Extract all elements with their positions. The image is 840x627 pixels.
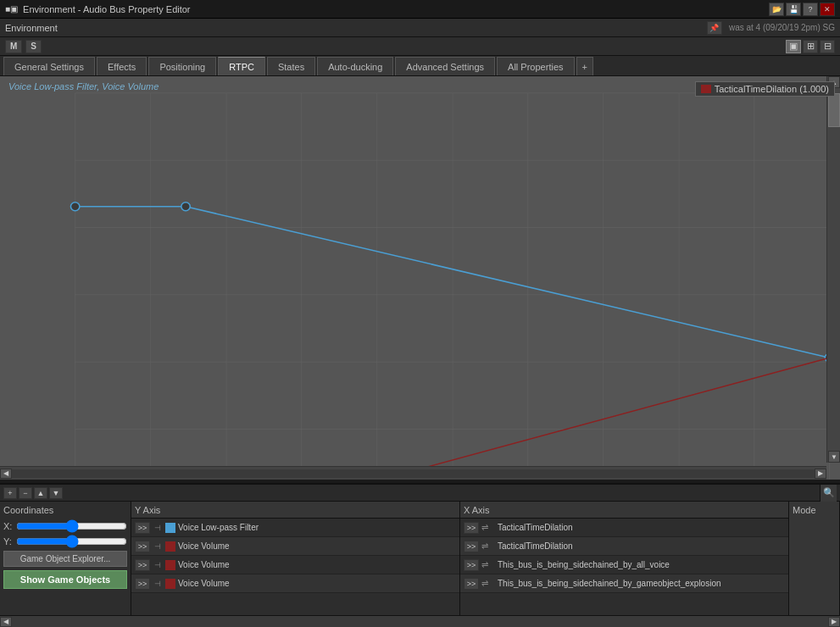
hscroll-left-arrow[interactable]: ◀: [0, 469, 12, 479]
mode-panel: Mode: [789, 502, 840, 615]
window-title: Environment - Audio Bus Property Editor: [23, 4, 769, 14]
tab-positioning[interactable]: Positioning: [148, 57, 216, 75]
y-axis-rows: >> ⊣ Voice Low-pass Filter >> ⊣ Voice Vo…: [131, 519, 459, 615]
bottom-hscroll-left[interactable]: ◀: [0, 617, 12, 627]
row-arrow-2[interactable]: >>: [135, 541, 150, 552]
vscroll-down-arrow[interactable]: ▼: [828, 451, 840, 463]
graph-area[interactable]: Voice Low-pass Filter, Voice Volume Tact…: [0, 76, 840, 480]
y-row-text-4: Voice Volume: [178, 579, 456, 588]
row-pin-1: ⊣: [153, 522, 163, 534]
tb-remove-btn[interactable]: −: [19, 487, 32, 499]
window-controls: 📂 💾 ? ✕: [769, 3, 835, 16]
legend-color: [701, 85, 711, 93]
search-button[interactable]: 🔍: [820, 485, 837, 502]
graph-hscroll[interactable]: ◀ ▶: [0, 466, 826, 480]
bottom-hscroll-right[interactable]: ▶: [828, 617, 840, 627]
y-row-text-2: Voice Volume: [178, 541, 456, 551]
x-axis-title: X Axis: [464, 505, 490, 515]
object-bar: Environment 📌 was at 4 (09/20/19 2pm) SG: [0, 19, 840, 37]
x-label: X:: [3, 521, 13, 531]
y-axis-row-3[interactable]: >> ⊣ Voice Volume: [131, 556, 459, 574]
x-axis-panel: X Axis >> ⇌ TacticalTimeDilation >> ⇌ Ta…: [460, 502, 789, 615]
hscroll-right-arrow[interactable]: ▶: [815, 469, 826, 479]
tab-auto-ducking[interactable]: Auto-ducking: [317, 57, 393, 75]
vscroll-thumb[interactable]: [828, 93, 840, 127]
row-arrow-3[interactable]: >>: [135, 559, 150, 571]
x-row-text-3: This_bus_is_being_sidechained_by_all_voi…: [498, 560, 785, 569]
y-slider[interactable]: [16, 535, 127, 547]
coords-title: Coordinates: [3, 505, 127, 515]
tb-up-btn[interactable]: ▲: [34, 487, 47, 499]
y-axis-row-1[interactable]: >> ⊣ Voice Low-pass Filter: [131, 519, 459, 537]
x-row-arrow-4[interactable]: >>: [464, 578, 479, 590]
hscroll-track[interactable]: [12, 469, 815, 478]
row-color-4: [165, 579, 175, 589]
x-axis-row-3[interactable]: >> ⇌ This_bus_is_being_sidechained_by_al…: [460, 556, 788, 574]
x-row-arrow-1[interactable]: >>: [464, 522, 479, 534]
graph-svg: 0.0 0.1 0.2 0.3 0.4 0.5 0.6 0.7 0.8 0.9 …: [0, 76, 840, 480]
tab-effects[interactable]: Effects: [97, 57, 147, 75]
x-axis-row-4[interactable]: >> ⇌ This_bus_is_being_sidechained_by_ga…: [460, 574, 788, 593]
x-axis-row-1[interactable]: >> ⇌ TacticalTimeDilation: [460, 519, 788, 537]
titlebar: ■▣ Environment - Audio Bus Property Edit…: [0, 0, 840, 19]
x-row-icon-3: ⇌: [481, 559, 495, 571]
x-row-arrow-3[interactable]: >>: [464, 559, 479, 571]
tab-general-settings[interactable]: General Settings: [3, 57, 95, 75]
row-pin-3: ⊣: [153, 559, 163, 571]
row-color-1: [165, 523, 175, 533]
s-button[interactable]: S: [25, 40, 42, 53]
row-pin-2: ⊣: [153, 541, 163, 552]
tb-down-btn[interactable]: ▼: [49, 487, 63, 499]
x-row-text-1: TacticalTimeDilation: [498, 523, 785, 532]
vscroll-track: ▼ ▲: [827, 76, 840, 463]
y-axis-panel: Y Axis >> ⊣ Voice Low-pass Filter >> ⊣: [131, 502, 460, 615]
save-btn[interactable]: 💾: [786, 3, 801, 16]
bottom-content: Coordinates X: Y: Game Object Explorer..…: [0, 502, 840, 615]
y-row-text-1: Voice Low-pass Filter: [178, 523, 456, 532]
y-label: Y:: [3, 536, 13, 547]
view-single-icon[interactable]: ▣: [786, 40, 801, 53]
m-button[interactable]: M: [5, 40, 22, 53]
x-slider[interactable]: [16, 520, 127, 532]
x-row-icon-1: ⇌: [481, 522, 495, 534]
tab-all-properties[interactable]: All Properties: [497, 57, 574, 75]
close-btn[interactable]: ✕: [820, 3, 835, 16]
row-arrow-1[interactable]: >>: [135, 522, 150, 534]
object-name: Environment: [5, 23, 707, 33]
y-axis-row-2[interactable]: >> ⊣ Voice Volume: [131, 537, 459, 556]
x-row-icon-2: ⇌: [481, 541, 495, 552]
view-icons: ▣ ⊞ ⊟: [786, 40, 835, 53]
y-row-text-3: Voice Volume: [178, 560, 456, 569]
x-row-arrow-2[interactable]: >>: [464, 541, 479, 552]
game-object-explorer-btn[interactable]: Game Object Explorer...: [3, 551, 127, 567]
tb-add-btn[interactable]: +: [3, 487, 17, 499]
tab-add-button[interactable]: +: [576, 57, 593, 75]
tab-advanced-settings[interactable]: Advanced Settings: [395, 57, 495, 75]
bottom-toolbar: + − ▲ ▼ 🔍: [0, 485, 840, 502]
show-game-objects-btn[interactable]: Show Game Objects: [3, 570, 127, 589]
view-split-v-icon[interactable]: ⊞: [803, 40, 818, 53]
coordinates-panel: Coordinates X: Y: Game Object Explorer..…: [0, 502, 131, 615]
view-split-h-icon[interactable]: ⊟: [820, 40, 835, 53]
x-axis-header: X Axis: [460, 502, 788, 519]
row-arrow-4[interactable]: >>: [135, 578, 150, 590]
legend-text: TacticalTimeDilation (1.000): [715, 84, 829, 94]
open-btn[interactable]: 📂: [769, 3, 784, 16]
y-axis-title: Y Axis: [135, 505, 160, 515]
y-axis-row-4[interactable]: >> ⊣ Voice Volume: [131, 574, 459, 593]
question-btn[interactable]: ?: [803, 3, 818, 16]
tabs: General Settings Effects Positioning RTP…: [0, 56, 840, 76]
bottom-panel: + − ▲ ▼ 🔍 Coordinates X: Y: Game Object …: [0, 483, 840, 627]
tab-rtpc[interactable]: RTPC: [218, 57, 265, 75]
bottom-hscroll[interactable]: ◀ ▶: [0, 615, 840, 627]
x-axis-row-2[interactable]: >> ⇌ TacticalTimeDilation: [460, 537, 788, 556]
y-coord-row: Y:: [3, 535, 127, 547]
x-row-icon-4: ⇌: [481, 578, 495, 590]
bottom-hscroll-track[interactable]: [12, 619, 828, 625]
x-row-text-4: This_bus_is_being_sidechained_by_gameobj…: [498, 579, 785, 588]
graph-vscroll[interactable]: ▼ ▲: [826, 76, 840, 463]
y-axis-header: Y Axis: [131, 502, 459, 519]
pin-button[interactable]: 📌: [707, 21, 722, 35]
tab-states[interactable]: States: [267, 57, 315, 75]
row-color-3: [165, 560, 175, 570]
